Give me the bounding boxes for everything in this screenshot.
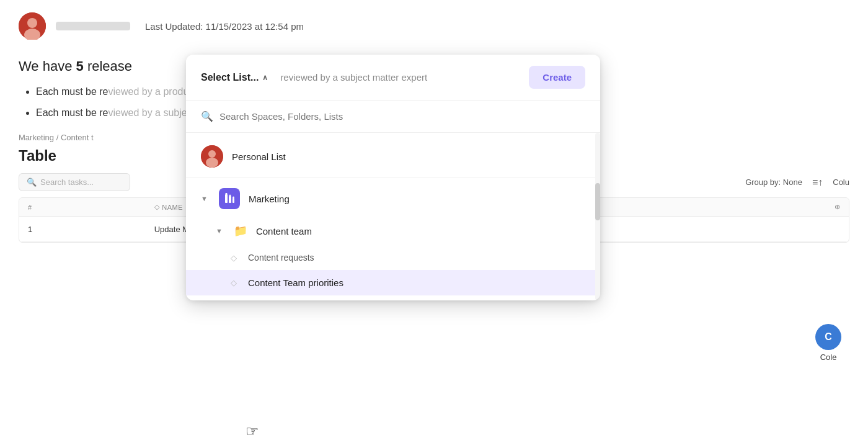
content-team-folder-icon: 📁 (234, 224, 247, 238)
content-team-priorities-label: Content Team priorities (248, 277, 343, 288)
select-list-label[interactable]: Select List... ∧ (201, 72, 268, 83)
columns-label[interactable]: Colu (833, 178, 849, 187)
svg-point-10 (229, 195, 231, 197)
last-updated-text: Last Updated: 11/15/2023 at 12:54 pm (145, 21, 304, 32)
cole-avatar-area: C Cole (795, 322, 862, 363)
select-list-text: Select List... (201, 72, 259, 83)
svg-point-5 (206, 158, 218, 168)
marketing-label: Marketing (249, 194, 290, 204)
content-requests-list-icon: ◇ (231, 253, 237, 263)
reviewed-text: reviewed by a subject matter expert (280, 72, 521, 83)
page-header: Last Updated: 11/15/2023 at 12:54 pm (19, 12, 849, 40)
list-item-marketing[interactable]: ▼ Marketing (186, 181, 600, 217)
dropdown-scrollbar-thumb[interactable] (595, 183, 600, 220)
toolbar-right: Group by: None ≡↑ Colu (745, 177, 849, 188)
personal-list-avatar (201, 145, 223, 168)
svg-rect-6 (225, 194, 228, 203)
content-team-label: Content team (256, 226, 312, 236)
content-team-chevron-icon: ▼ (216, 227, 223, 235)
list-item-content-team[interactable]: ▼ 📁 Content team (186, 217, 600, 245)
content-requests-label: Content requests (248, 253, 314, 263)
chevron-up-icon: ∧ (262, 73, 268, 82)
list-item-content-team-priorities[interactable]: ◇ Content Team priorities (186, 270, 600, 295)
content-priorities-list-icon: ◇ (231, 278, 237, 287)
username-blur (56, 22, 130, 30)
dropdown-search-input[interactable] (219, 111, 585, 122)
dropdown-list: Personal List ▼ Marketing ▼ 📁 Con (186, 133, 600, 300)
dropdown-scrollbar-track[interactable] (595, 133, 600, 300)
create-button[interactable]: Create (529, 66, 585, 89)
dropdown-top-bar: Select List... ∧ reviewed by a subject m… (186, 55, 600, 101)
list-item-personal[interactable]: Personal List (186, 138, 600, 175)
user-avatar (19, 12, 46, 40)
dropdown-search-area: 🔍 (186, 101, 600, 133)
row-num: 1 (19, 217, 146, 242)
marketing-space-icon (219, 188, 240, 209)
personal-list-label: Personal List (232, 151, 286, 162)
search-icon: 🔍 (27, 178, 37, 187)
svg-point-4 (208, 150, 216, 158)
col-header-num: # (19, 198, 146, 217)
search-tasks-input[interactable]: 🔍 Search tasks... (19, 173, 130, 191)
svg-rect-7 (229, 196, 231, 203)
cole-avatar-image: C (815, 324, 841, 350)
svg-point-1 (27, 18, 37, 28)
select-list-dropdown: Select List... ∧ reviewed by a subject m… (186, 55, 600, 300)
list-item-content-requests[interactable]: ◇ Content requests (186, 245, 600, 270)
search-tasks-placeholder: Search tasks... (40, 178, 94, 187)
cole-name-label: Cole (820, 353, 837, 362)
row-extra (826, 217, 849, 242)
group-by-label[interactable]: Group by: None (745, 178, 802, 187)
svg-point-11 (232, 197, 234, 199)
divider-1 (186, 178, 600, 178)
svg-rect-8 (232, 198, 234, 203)
diamond-icon: ◇ (154, 203, 160, 211)
sort-icon: ≡↑ (812, 177, 823, 188)
search-icon: 🔍 (201, 110, 213, 122)
marketing-chevron-icon: ▼ (201, 195, 208, 202)
col-header-add[interactable]: ⊕ (826, 198, 849, 217)
